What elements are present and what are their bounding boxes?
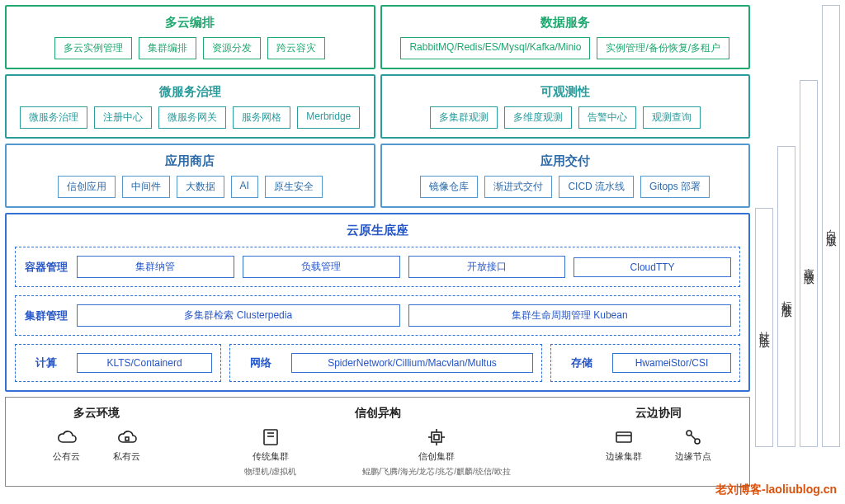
panel-app-store: 应用商店 信创应用 中间件 大数据 AI 原生安全 — [5, 144, 375, 208]
foundation-row-cluster: 集群管理 多集群检索 Clusterpedia 集群生命周期管理 Kubean — [15, 295, 740, 336]
edition-community: 社区版 — [755, 208, 773, 447]
pill: 资源分发 — [203, 37, 261, 59]
panel-multicloud-orch: 多云编排 多云实例管理 集群编排 资源分发 跨云容灾 — [5, 5, 375, 69]
pill: 集群编排 — [139, 37, 196, 59]
pill: 渐进式交付 — [484, 176, 552, 198]
item-sub: 物理机/虚拟机 — [244, 466, 296, 478]
pill: 镜像仓库 — [420, 176, 478, 198]
edition-label: 社区版 — [757, 323, 772, 332]
pill-row: RabbitMQ/Redis/ES/Mysql/Kafka/Minio 实例管理… — [390, 37, 741, 59]
pill: CICD 流水线 — [559, 176, 634, 198]
edition-label: 标准版 — [779, 292, 794, 302]
item-name: 边缘集群 — [606, 450, 642, 463]
block-item: 多集群检索 Clusterpedia — [77, 304, 400, 327]
watermark: 老刘博客-laoliublog.cn — [715, 483, 837, 492]
infra-col-xinchuang: 信创异构 传统集群 物理机/虚拟机 信创集群 鲲鹏/飞腾/海光/龙芯/兆芯/麒麟… — [189, 406, 566, 478]
foundation-block-storage: 存储 HwameiStor/CSI — [550, 344, 740, 382]
editions-column: 社区版 标准版 高级版 白金版 — [755, 5, 840, 487]
edition-group-standard: 标准版 — [777, 5, 795, 447]
infra-item: 边缘集群 — [606, 427, 642, 463]
pill: 告警中心 — [578, 106, 636, 129]
item-name: 信创集群 — [418, 450, 455, 463]
svg-rect-10 — [616, 432, 631, 442]
svg-rect-1 — [264, 430, 277, 445]
row-teal: 微服务治理 微服务治理 注册中心 微服务网关 服务网格 Merbridge 可观… — [5, 74, 750, 139]
cloud-icon — [57, 427, 77, 447]
diagram-root: 多云编排 多云实例管理 集群编排 资源分发 跨云容灾 数据服务 RabbitMQ… — [5, 5, 840, 487]
pill: 微服务网关 — [158, 106, 226, 129]
foundation-block-compute: 计算 KLTS/Containerd — [15, 344, 221, 382]
edition-group-community: 社区版 — [755, 5, 773, 447]
col-title: 多云环境 — [14, 406, 179, 421]
infra-col-multicloud: 多云环境 公有云 私有云 — [14, 406, 179, 478]
block-item: 负载管理 — [243, 256, 400, 278]
row-green: 多云编排 多云实例管理 集群编排 资源分发 跨云容灾 数据服务 RabbitMQ… — [5, 5, 750, 69]
pill: 跨云容灾 — [267, 37, 325, 59]
block-item: SpiderNetwork/Cillium/Macvlan/Multus — [291, 353, 533, 373]
svg-rect-0 — [125, 437, 129, 440]
col-title: 云边协同 — [576, 406, 741, 421]
item-name: 公有云 — [53, 450, 80, 463]
edge-cluster-icon — [614, 427, 634, 447]
block-item: KLTS/Containerd — [77, 353, 212, 373]
panel-title: 数据服务 — [390, 15, 741, 31]
foundation-row-container: 容器管理 集群纳管 负载管理 开放接口 CloudTTY — [15, 247, 740, 287]
pill: Merbridge — [297, 106, 360, 129]
edition-group-advanced: 高级版 — [800, 5, 818, 447]
col-title: 信创异构 — [189, 406, 566, 421]
panel-foundation: 云原生底座 容器管理 集群纳管 负载管理 开放接口 CloudTTY 集群管理 … — [5, 213, 750, 392]
panel-title: 微服务治理 — [15, 84, 366, 100]
item-name: 边缘节点 — [675, 450, 711, 463]
pill-row: 信创应用 中间件 大数据 AI 原生安全 — [15, 176, 366, 198]
panel-title: 多云编排 — [15, 15, 366, 31]
panel-title: 云原生底座 — [15, 223, 740, 238]
main-column: 多云编排 多云实例管理 集群编排 资源分发 跨云容灾 数据服务 RabbitMQ… — [5, 5, 750, 487]
item-sub: 鲲鹏/飞腾/海光/龙芯/兆芯/麒麟/统信/欧拉 — [362, 466, 510, 478]
infra-item: 传统集群 物理机/虚拟机 — [244, 427, 296, 478]
panel-infrastructure: 多云环境 公有云 私有云 信创异构 传统 — [5, 397, 750, 487]
pill: 注册中心 — [94, 106, 152, 129]
cloud-lock-icon — [117, 427, 137, 447]
pill: 中间件 — [122, 176, 170, 198]
edition-group-platinum: 白金版 — [822, 5, 840, 447]
item-name: 传统集群 — [253, 450, 289, 463]
pill: RabbitMQ/Redis/ES/Mysql/Kafka/Minio — [400, 37, 590, 59]
pill: 微服务治理 — [20, 106, 87, 129]
panel-title: 应用商店 — [15, 153, 366, 169]
infra-item: 信创集群 鲲鹏/飞腾/海光/龙芯/兆芯/麒麟/统信/欧拉 — [362, 427, 510, 478]
pill: 大数据 — [177, 176, 224, 198]
row-sky: 应用商店 信创应用 中间件 大数据 AI 原生安全 应用交付 镜像仓库 渐进式交… — [5, 144, 750, 208]
pill: AI — [231, 176, 258, 198]
foundation-block-container: 容器管理 集群纳管 负载管理 开放接口 CloudTTY — [15, 247, 740, 287]
item-name: 私有云 — [113, 450, 140, 463]
pill: 多集群观测 — [430, 106, 498, 129]
panel-title: 应用交付 — [390, 153, 741, 169]
infra-item: 边缘节点 — [675, 427, 711, 463]
block-label: 存储 — [559, 356, 604, 370]
block-item: CloudTTY — [574, 257, 731, 277]
edge-node-icon — [683, 427, 703, 447]
svg-rect-4 — [432, 432, 441, 442]
pill: 原生安全 — [265, 176, 323, 198]
block-item: 开放接口 — [408, 256, 566, 278]
panel-title: 可观测性 — [390, 84, 741, 100]
block-item: 集群纳管 — [77, 256, 234, 278]
infra-item: 公有云 — [53, 427, 80, 463]
pill-row: 多集群观测 多维度观测 告警中心 观测查询 — [390, 106, 741, 129]
edition-label: 白金版 — [824, 221, 838, 231]
block-item: HwameiStor/CSI — [612, 353, 731, 373]
svg-rect-5 — [434, 435, 439, 440]
panel-app-delivery: 应用交付 镜像仓库 渐进式交付 CICD 流水线 Gitops 部署 — [380, 144, 751, 208]
panel-observability: 可观测性 多集群观测 多维度观测 告警中心 观测查询 — [380, 74, 751, 139]
pill: 信创应用 — [58, 176, 116, 198]
block-label: 计算 — [24, 356, 68, 370]
pill: 服务网格 — [233, 106, 290, 129]
panel-microservice: 微服务治理 微服务治理 注册中心 微服务网关 服务网格 Merbridge — [5, 74, 375, 139]
block-label: 网络 — [238, 356, 283, 370]
panel-data-services: 数据服务 RabbitMQ/Redis/ES/Mysql/Kafka/Minio… — [380, 5, 751, 69]
foundation-block-cluster: 集群管理 多集群检索 Clusterpedia 集群生命周期管理 Kubean — [15, 295, 740, 336]
block-label: 容器管理 — [24, 260, 68, 275]
pill: Gitops 部署 — [640, 176, 710, 198]
server-icon — [261, 427, 281, 447]
icon-row: 传统集群 物理机/虚拟机 信创集群 鲲鹏/飞腾/海光/龙芯/兆芯/麒麟/统信/欧… — [189, 427, 566, 478]
